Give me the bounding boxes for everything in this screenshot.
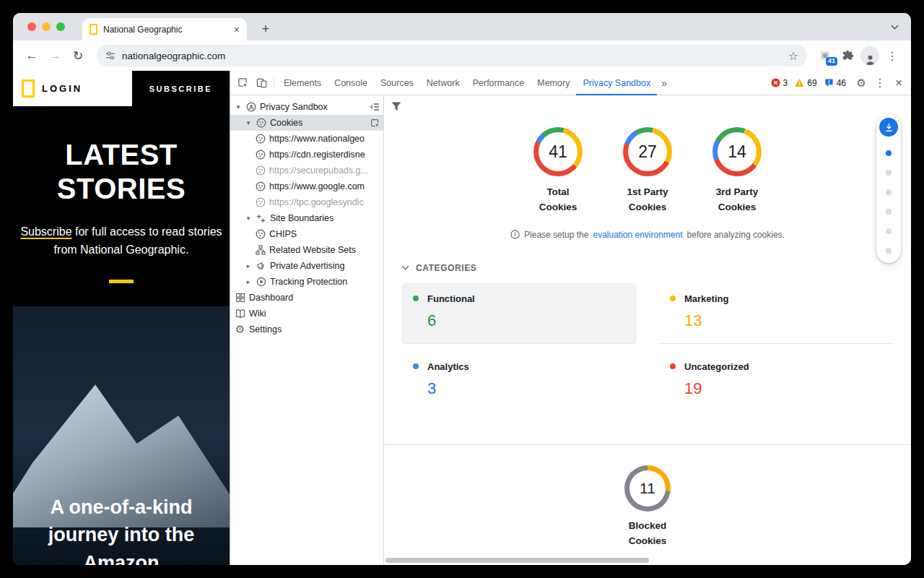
cookie-icon [255,181,266,192]
expand-arrow-icon[interactable]: ▾ [245,119,252,126]
category-functional[interactable]: Functional 6 [401,283,637,344]
subscribe-text-link[interactable]: Subscribe [20,225,71,238]
forward-button[interactable]: → [45,46,65,66]
inspect-element-button[interactable] [233,74,252,92]
expand-arrow-icon[interactable]: ▾ [245,215,252,222]
tree-item-chips[interactable]: CHIPS [230,226,383,242]
section-divider [384,444,911,445]
collapse-panel-icon[interactable] [370,103,380,111]
tab-elements[interactable]: Elements [277,71,328,95]
categories-title: CATEGORIES [416,263,476,273]
issues-badge[interactable]: 46 [824,78,846,88]
devtools-close-button[interactable]: × [889,74,908,92]
blocked-cookies-stat: 11 Blocked Cookies [384,465,911,549]
section-nav-dot[interactable] [886,150,892,156]
download-report-button[interactable] [879,118,898,137]
errors-count: 3 [783,78,788,88]
collapsed-arrow-icon[interactable]: ▸ [245,262,252,269]
total-cookies-stat: 41 Total Cookies [533,127,583,215]
tree-item-dashboard[interactable]: Dashboard [230,290,383,306]
privacy-sandbox-extension-button[interactable]: 41 [816,46,834,65]
settings-gear-icon: ⚙ [235,324,245,335]
section-nav-dot[interactable] [886,209,892,215]
blocked-cookies-donut: 11 [624,465,671,512]
bookmark-star-icon[interactable]: ☆ [788,49,798,63]
back-button[interactable]: ← [22,46,42,66]
subscribe-button[interactable]: SUBSCRIBE [132,71,230,106]
category-label: Functional [427,293,475,304]
more-tabs-button[interactable]: » [657,77,671,89]
tab-sources[interactable]: Sources [374,71,420,95]
address-bar[interactable]: nationalgeographic.com ☆ [97,45,807,66]
total-cookies-value: 41 [539,132,578,171]
category-uncategorized[interactable]: Uncategorized 19 [658,351,894,411]
tree-item-url[interactable]: https://www.nationalgeo [230,131,383,147]
extensions-puzzle-button[interactable] [837,46,858,66]
browser-menu-button[interactable]: ⋮ [882,46,902,66]
tree-item-related-website-sets[interactable]: Related Website Sets [230,242,383,258]
login-link[interactable]: LOGIN [42,83,82,94]
reload-button[interactable]: ↻ [68,46,88,66]
categories-header[interactable]: CATEGORIES [401,263,894,273]
devtools-menu-button[interactable]: ⋮ [871,74,889,92]
tree-label: https://www.nationalgeo [269,134,380,144]
natgeo-logo-icon [22,79,35,98]
tree-label: Tracking Protection [270,277,380,287]
tree-item-url[interactable]: https://www.google.com [230,178,383,194]
tab-close-icon[interactable]: × [234,25,240,35]
cookie-icon [255,165,266,176]
inspect-cookies-icon[interactable] [370,118,380,128]
tree-item-site-boundaries[interactable]: ▾ Site Boundaries [230,210,383,226]
hero-photo: A one-of-a-kind journey into the Amazon [13,306,230,565]
total-cookies-label: Total Cookies [533,185,583,215]
profile-avatar[interactable] [860,46,879,65]
tree-item-tracking-protection[interactable]: ▸ Tracking Protection [230,274,383,290]
tab-privacy-sandbox[interactable]: Privacy Sandbox [576,71,657,95]
new-tab-button[interactable]: + [257,20,274,38]
section-nav-dot[interactable] [886,248,892,254]
section-nav-dot[interactable] [886,228,892,234]
errors-badge[interactable]: 3 [771,78,788,88]
tree-item-cookies[interactable]: ▾ Cookies [230,115,383,131]
horizontal-scrollbar[interactable] [385,558,649,563]
tree-item-private-advertising[interactable]: ▸ Private Advertising [230,258,383,274]
tab-console[interactable]: Console [328,71,374,95]
filter-funnel-icon[interactable] [391,101,401,114]
category-analytics[interactable]: Analytics 3 [401,351,637,411]
warning-icon [795,78,804,87]
evaluation-environment-link[interactable]: evaluation environment [593,230,682,240]
category-label: Analytics [427,361,469,372]
tree-item-settings[interactable]: ⚙ Settings [230,322,383,337]
tracking-protection-icon [256,277,266,288]
info-icon [510,230,520,239]
tab-memory[interactable]: Memory [531,71,576,95]
tree-item-url[interactable]: https://securepubads.g... [230,163,383,178]
tree-item-privacy-sandbox[interactable]: ▾ Privacy Sandbox [230,99,383,115]
tree-item-url[interactable]: https://tpc.googlesyndic [230,194,383,210]
tab-network[interactable]: Network [420,71,466,95]
tree-item-url[interactable]: https://cdn.registerdisne [230,147,383,163]
tab-performance[interactable]: Performance [466,71,531,95]
category-value: 13 [684,311,882,330]
category-marketing[interactable]: Marketing 13 [658,283,894,344]
private-advertising-icon [256,261,266,272]
browser-tab[interactable]: National Geographic × [82,18,247,40]
tree-label: Wiki [249,309,380,319]
collapsed-arrow-icon[interactable]: ▸ [245,278,252,285]
close-window-button[interactable] [27,22,36,31]
section-nav-dot[interactable] [886,170,892,176]
url-text[interactable]: nationalgeographic.com [122,51,782,61]
tree-item-wiki[interactable]: Wiki [230,306,383,322]
categories-section: CATEGORIES Functional 6 [384,263,911,411]
devtools-settings-button[interactable]: ⚙ [852,74,871,92]
minimize-window-button[interactable] [42,22,51,31]
site-settings-icon[interactable] [105,51,116,61]
maximize-window-button[interactable] [56,22,65,31]
hero-caption-line2: journey into the [13,521,230,548]
expand-arrow-icon[interactable]: ▾ [235,103,242,111]
tab-search-button[interactable] [886,19,902,35]
section-nav-dot[interactable] [886,189,892,195]
cookies-report-panel: 41 Total Cookies 27 [384,95,911,565]
device-toolbar-button[interactable] [252,74,271,92]
warnings-badge[interactable]: 69 [795,78,816,88]
